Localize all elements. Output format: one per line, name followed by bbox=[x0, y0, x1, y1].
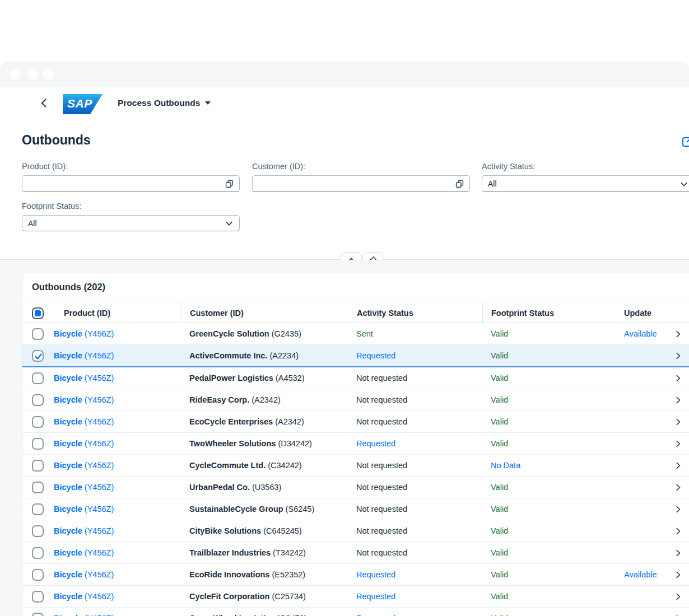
product-link[interactable]: Bicycle (Y456Z) bbox=[54, 483, 114, 492]
row-checkbox[interactable] bbox=[32, 482, 44, 493]
value-help-icon[interactable] bbox=[225, 179, 234, 189]
row-nav[interactable] bbox=[667, 396, 689, 404]
table-row[interactable]: Bicycle (Y456Z) TwoWheeler Solutions (D3… bbox=[22, 433, 689, 455]
cell-activity-status: Not requested bbox=[352, 374, 482, 382]
row-checkbox[interactable] bbox=[32, 525, 44, 537]
table-row[interactable]: Bicycle (Y456Z) PedalPower Logistics (A4… bbox=[22, 367, 689, 389]
row-nav[interactable] bbox=[667, 614, 689, 616]
row-checkbox[interactable] bbox=[32, 372, 44, 384]
cell-product-id: (Y456Z) bbox=[82, 461, 114, 470]
cell-footprint-status: Valid bbox=[482, 374, 624, 382]
table-row[interactable]: Bicycle (Y456Z) ActiveCommute Inc. (A223… bbox=[22, 345, 689, 367]
row-nav[interactable] bbox=[667, 483, 689, 492]
cell-customer: SustainableCycle Group (S6245) bbox=[181, 505, 352, 514]
row-nav[interactable] bbox=[667, 571, 689, 579]
table-row[interactable]: Bicycle (Y456Z) Trailblazer Industries (… bbox=[22, 542, 689, 564]
row-checkbox[interactable] bbox=[32, 328, 44, 340]
table-header-row: Product (ID) Customer (ID) Activity Stat… bbox=[22, 302, 689, 323]
activity-status-select[interactable]: All bbox=[482, 175, 689, 192]
row-nav[interactable] bbox=[667, 330, 689, 338]
app-title-menu[interactable]: Process Outbounds bbox=[118, 98, 211, 108]
row-checkbox[interactable] bbox=[32, 438, 44, 450]
value-help-icon[interactable] bbox=[455, 179, 464, 189]
cell-activity-status: Requested bbox=[352, 439, 482, 448]
product-link[interactable]: Bicycle (Y456Z) bbox=[54, 439, 114, 448]
cell-product-id: (Y456Z) bbox=[82, 351, 114, 360]
product-link[interactable]: Bicycle (Y456Z) bbox=[54, 374, 114, 382]
column-header-update[interactable]: Update bbox=[624, 302, 667, 324]
row-checkbox[interactable] bbox=[32, 394, 44, 406]
product-link[interactable]: Bicycle (Y456Z) bbox=[54, 548, 114, 557]
chevron-right-icon bbox=[674, 352, 682, 360]
back-button[interactable] bbox=[36, 95, 53, 112]
cell-customer-id: (G8473) bbox=[274, 614, 306, 616]
column-header-product[interactable]: Product (ID) bbox=[64, 309, 110, 318]
product-link[interactable]: Bicycle (Y456Z) bbox=[54, 570, 114, 579]
share-icon[interactable] bbox=[682, 135, 689, 147]
table-row[interactable]: Bicycle (Y456Z) CycleCommute Ltd. (C3424… bbox=[22, 455, 689, 477]
cell-update[interactable]: Available bbox=[624, 570, 667, 579]
product-link[interactable]: Bicycle (Y456Z) bbox=[54, 526, 114, 535]
cell-customer-name: SustainableCycle Group bbox=[189, 505, 283, 514]
row-checkbox[interactable] bbox=[32, 569, 44, 581]
table-row[interactable]: Bicycle (Y456Z) CycleFit Corporation (C2… bbox=[22, 586, 689, 608]
row-nav[interactable] bbox=[667, 549, 689, 557]
table-row[interactable]: Bicycle (Y456Z) GreenWheel Logistics (G8… bbox=[22, 608, 689, 616]
cell-update[interactable]: Available bbox=[624, 329, 667, 338]
row-nav[interactable] bbox=[667, 461, 689, 470]
customer-filter-input[interactable] bbox=[252, 175, 470, 192]
row-checkbox[interactable] bbox=[32, 350, 44, 362]
table-row[interactable]: Bicycle (Y456Z) EcoCycle Enterprises (A2… bbox=[22, 411, 689, 433]
cell-product-id: (Y456Z) bbox=[82, 570, 114, 579]
row-nav[interactable] bbox=[667, 527, 689, 535]
product-link[interactable]: Bicycle (Y456Z) bbox=[54, 395, 114, 404]
cell-customer: TwoWheeler Solutions (D34242) bbox=[181, 439, 352, 448]
cell-footprint-status: No Data bbox=[482, 461, 624, 470]
product-link[interactable]: Bicycle (Y456Z) bbox=[54, 417, 114, 426]
row-checkbox[interactable] bbox=[32, 416, 44, 428]
chevron-down-icon bbox=[225, 219, 234, 228]
table-row[interactable]: Bicycle (Y456Z) UrbanPedal Co. (U3563) N… bbox=[22, 477, 689, 498]
table-row[interactable]: Bicycle (Y456Z) CityBike Solutions (C645… bbox=[22, 520, 689, 542]
product-link[interactable]: Bicycle (Y456Z) bbox=[54, 351, 114, 360]
cell-customer-name: RideEasy Corp. bbox=[189, 395, 249, 404]
product-link[interactable]: Bicycle (Y456Z) bbox=[54, 329, 114, 338]
row-nav[interactable] bbox=[667, 592, 689, 601]
column-header-customer[interactable]: Customer (ID) bbox=[181, 302, 352, 324]
row-checkbox[interactable] bbox=[32, 613, 44, 616]
product-link[interactable]: Bicycle (Y456Z) bbox=[54, 614, 114, 616]
cell-activity-status: Not requested bbox=[352, 505, 482, 514]
row-nav[interactable] bbox=[667, 418, 689, 426]
row-checkbox[interactable] bbox=[32, 591, 44, 603]
cell-customer-name: CycleCommute Ltd. bbox=[189, 461, 266, 470]
table-row[interactable]: Bicycle (Y456Z) SustainableCycle Group (… bbox=[22, 498, 689, 520]
cell-footprint-status: Valid bbox=[482, 570, 624, 579]
cell-customer-name: PedalPower Logistics bbox=[189, 374, 273, 382]
product-link[interactable]: Bicycle (Y456Z) bbox=[54, 592, 114, 601]
table-row[interactable]: Bicycle (Y456Z) RideEasy Corp. (A2342) N… bbox=[22, 389, 689, 411]
row-checkbox[interactable] bbox=[32, 460, 44, 472]
cell-footprint-status: Valid bbox=[482, 548, 624, 557]
cell-customer-name: GreenWheel Logistics bbox=[189, 614, 274, 616]
cell-activity-status: Requested bbox=[352, 614, 482, 616]
table-row[interactable]: Bicycle (Y456Z) EcoRide Innovations (E52… bbox=[22, 564, 689, 586]
cell-customer-name: CycleFit Corporation bbox=[189, 592, 269, 601]
row-checkbox[interactable] bbox=[32, 503, 44, 515]
cell-customer-name: GreenCycle Solution bbox=[189, 329, 269, 338]
product-link[interactable]: Bicycle (Y456Z) bbox=[54, 505, 114, 514]
row-nav[interactable] bbox=[667, 440, 689, 448]
row-nav[interactable] bbox=[667, 352, 689, 360]
cell-product-name: Bicycle bbox=[54, 483, 82, 492]
row-checkbox[interactable] bbox=[32, 547, 44, 559]
table-row[interactable]: Bicycle (Y456Z) GreenCycle Solution (G24… bbox=[22, 323, 689, 345]
row-nav[interactable] bbox=[667, 374, 689, 382]
select-all-checkbox[interactable] bbox=[32, 307, 44, 319]
footprint-status-select[interactable]: All bbox=[22, 215, 240, 231]
product-filter-input[interactable] bbox=[22, 175, 240, 192]
cell-footprint-status: Valid bbox=[482, 614, 624, 616]
column-header-activity-status[interactable]: Activity Status bbox=[352, 302, 482, 324]
column-header-footprint-status[interactable]: Footprint Status bbox=[482, 302, 624, 324]
row-nav[interactable] bbox=[667, 505, 689, 514]
product-link[interactable]: Bicycle (Y456Z) bbox=[54, 461, 114, 470]
window-dot-icon bbox=[27, 69, 38, 80]
